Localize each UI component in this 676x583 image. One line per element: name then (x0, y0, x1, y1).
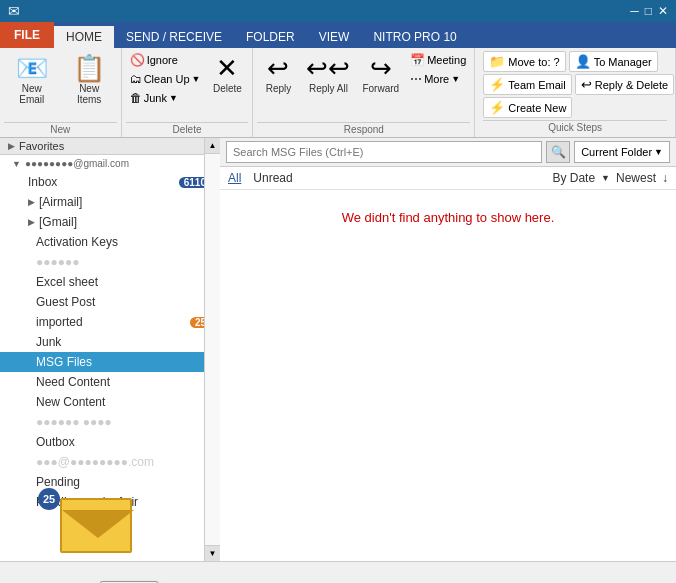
ignore-button[interactable]: 🚫 Ignore (126, 51, 205, 69)
new-content-item[interactable]: New Content (0, 392, 219, 412)
junk-label: Junk (36, 335, 61, 349)
reply-icon: ↩ (267, 54, 289, 83)
tab-file[interactable]: FILE (0, 22, 54, 48)
sort-direction-icon: ↓ (662, 171, 668, 185)
forward-icon: ↪ (370, 54, 392, 83)
blurred2-item[interactable]: ●●●●●● ●●●● (0, 412, 219, 432)
airmail-item[interactable]: ▶ [Airmail] (0, 192, 219, 212)
outlook-icon: ✉ (8, 3, 20, 19)
pending-item[interactable]: Pending (0, 472, 219, 492)
create-new-button[interactable]: ⚡ Create New (483, 97, 572, 118)
create-new-icon: ⚡ (489, 100, 505, 115)
reply-delete-button[interactable]: ↩ Reply & Delete (575, 74, 674, 95)
new-items-button[interactable]: 📋 New Items (62, 51, 117, 120)
sort-by-label[interactable]: By Date (552, 171, 595, 185)
tab-folder[interactable]: FOLDER (234, 26, 307, 48)
tab-view[interactable]: VIEW (307, 26, 362, 48)
guest-item[interactable]: Guest Post (0, 292, 219, 312)
team-email-button[interactable]: ⚡ Team Email (483, 74, 571, 95)
more-button[interactable]: ⋯ More ▼ (406, 70, 470, 88)
junk-item[interactable]: Junk (0, 332, 219, 352)
folder-scrollbar[interactable]: ▲ ▼ (204, 138, 220, 561)
new-items-icon: 📋 (73, 54, 105, 83)
junk-button[interactable]: 🗑 Junk ▼ (126, 89, 205, 107)
tab-send-receive[interactable]: SEND / RECEIVE (114, 26, 234, 48)
delete-button[interactable]: ✕ Delete (206, 51, 248, 120)
filter-unread[interactable]: Unread (253, 171, 292, 185)
imported-label: imported (36, 315, 83, 329)
search-bar: 🔍 Current Folder ▼ (220, 138, 676, 167)
envelope-body (60, 498, 132, 553)
title-bar: ✉ ─ □ ✕ (0, 0, 676, 22)
inbox-item[interactable]: Inbox 6110 (0, 172, 219, 192)
respond-group: ↩ Reply ↩↩ Reply All ↪ Forward 📅 Meeting… (253, 48, 475, 137)
close-icon[interactable]: ✕ (658, 4, 668, 18)
minimize-icon[interactable]: ─ (630, 4, 639, 18)
blurred3-item[interactable]: ●●●@●●●●●●●●.com (0, 452, 219, 472)
sort-arrow: ▼ (601, 173, 610, 183)
new-email-button[interactable]: 📧 New Email (4, 51, 60, 120)
new-group: 📧 New Email 📋 New Items New (0, 48, 122, 137)
blurred1-label: ●●●●●● (36, 255, 80, 269)
filter-all[interactable]: All (228, 171, 241, 185)
tab-home[interactable]: HOME (54, 26, 114, 48)
delete-icon: ✕ (216, 54, 238, 83)
tab-nitro[interactable]: NITRO PRO 10 (361, 26, 468, 48)
blurred2-label: ●●●●●● ●●●● (36, 415, 112, 429)
delete-group-label: Delete (126, 122, 249, 135)
ignore-icon: 🚫 (130, 53, 145, 67)
imported-item[interactable]: imported 25 (0, 312, 219, 332)
gmail-item[interactable]: ▶ [Gmail] (0, 212, 219, 232)
scroll-track (205, 154, 220, 545)
envelope-badge: 25 (38, 488, 60, 510)
new-group-label: New (4, 122, 117, 135)
move-to-icon: 📁 (489, 54, 505, 69)
account-item[interactable]: ▼ ●●●●●●●●@gmail.com (0, 155, 219, 172)
search-scope-label: Current Folder (581, 146, 652, 158)
airmail-label: [Airmail] (39, 195, 82, 209)
airmail-arrow: ▶ (28, 197, 35, 207)
meeting-button[interactable]: 📅 Meeting (406, 51, 470, 69)
sort-order-label[interactable]: Newest (616, 171, 656, 185)
need-content-label: Need Content (36, 375, 110, 389)
to-manager-icon: 👤 (575, 54, 591, 69)
junk-icon: 🗑 (130, 91, 142, 105)
reply-all-button[interactable]: ↩↩ Reply All (301, 51, 355, 120)
ribbon-tabs: FILE HOME SEND / RECEIVE FOLDER VIEW NIT… (0, 22, 676, 48)
favorites-header[interactable]: ▶ Favorites (0, 138, 219, 155)
gmail-label: [Gmail] (39, 215, 77, 229)
new-email-icon: 📧 (16, 54, 48, 83)
reply-delete-icon: ↩ (581, 77, 592, 92)
favorites-arrow: ▶ (8, 141, 15, 151)
msg-files-item[interactable]: MSG Files (0, 352, 219, 372)
empty-state: We didn't find anything to show here. (220, 190, 676, 245)
empty-message: We didn't find anything to show here. (322, 190, 575, 245)
delete-group: 🚫 Ignore 🗂 Clean Up ▼ 🗑 Junk ▼ ✕ Delete (122, 48, 254, 137)
guest-label: Guest Post (36, 295, 95, 309)
envelope-flap (62, 510, 134, 538)
search-input[interactable] (226, 141, 542, 163)
reply-button[interactable]: ↩ Reply (257, 51, 299, 120)
message-pane: 🔍 Current Folder ▼ All Unread By Date ▼ … (220, 138, 676, 561)
team-email-icon: ⚡ (489, 77, 505, 92)
clean-up-button[interactable]: 🗂 Clean Up ▼ (126, 70, 205, 88)
activation-keys-item[interactable]: Activation Keys (0, 232, 219, 252)
maximize-icon[interactable]: □ (645, 4, 652, 18)
scroll-up-button[interactable]: ▲ (205, 138, 220, 154)
to-manager-button[interactable]: 👤 To Manager (569, 51, 658, 72)
scroll-down-button[interactable]: ▼ (205, 545, 220, 561)
move-to-button[interactable]: 📁 Move to: ? (483, 51, 565, 72)
excel-item[interactable]: Excel sheet (0, 272, 219, 292)
status-bar (0, 561, 676, 583)
respond-group-label: Respond (257, 122, 470, 135)
search-button[interactable]: 🔍 (546, 141, 570, 163)
quick-steps-label: Quick Steps (483, 120, 667, 133)
blurred1-item[interactable]: ●●●●●● (0, 252, 219, 272)
quick-steps-group: 📁 Move to: ? 👤 To Manager ⚡ Team Email ↩… (475, 48, 676, 137)
need-content-item[interactable]: Need Content (0, 372, 219, 392)
forward-button[interactable]: ↪ Forward (357, 51, 404, 120)
search-scope[interactable]: Current Folder ▼ (574, 141, 670, 163)
blurred3-label: ●●●@●●●●●●●●.com (36, 455, 154, 469)
outbox-item[interactable]: Outbox (0, 432, 219, 452)
reply-all-icon: ↩↩ (306, 54, 350, 83)
